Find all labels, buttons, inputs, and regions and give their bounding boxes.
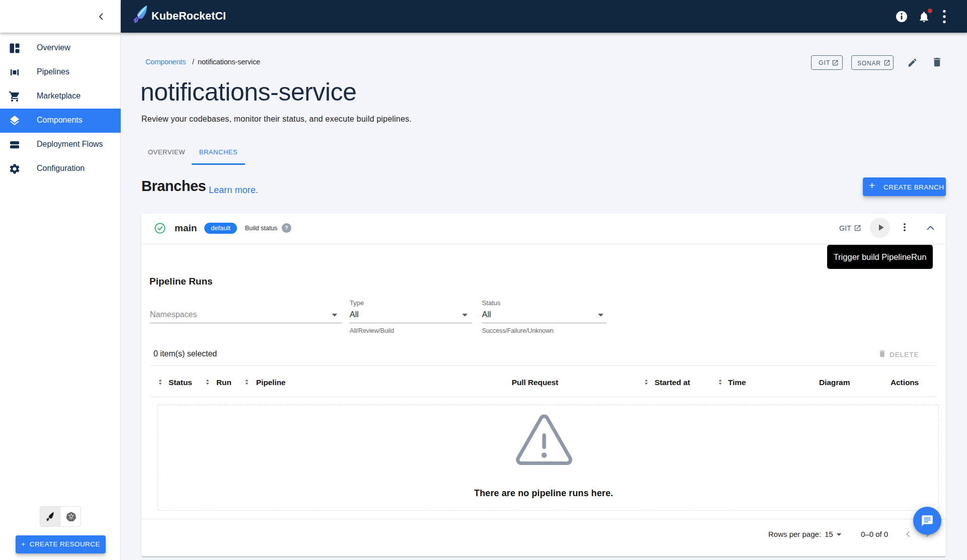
svg-text:?: ? — [285, 225, 288, 231]
